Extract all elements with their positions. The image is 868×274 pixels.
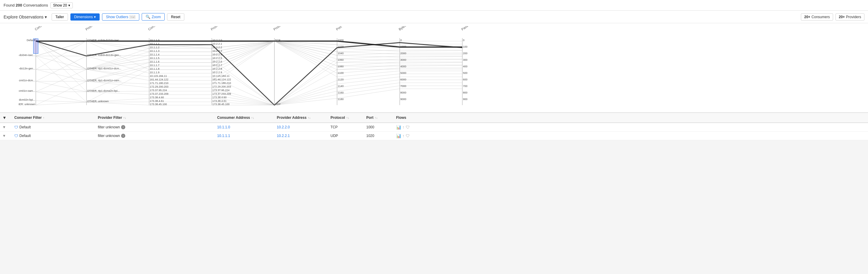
table-row: ▼ 🛡 Default filter unknown i 10.1.1.0 10…	[0, 123, 868, 132]
provider-address-link[interactable]: 10.2.2.0	[277, 125, 290, 129]
table-section: ▼ Consumer Filter ↑ Provider Filter ↑↓ C…	[0, 112, 868, 140]
zoom-icon: 🔍	[146, 14, 150, 19]
consumer-address-link[interactable]: 10.1.1.1	[217, 134, 230, 138]
consumer-address-header-label: Consumer Address	[217, 115, 250, 120]
chart-icon[interactable]: 📊	[396, 125, 401, 130]
svg-text:10.2.2.1: 10.2.2.1	[212, 42, 222, 45]
svg-text:10.1.1.4: 10.1.1.4	[150, 53, 160, 56]
svg-text:Consumer Address: Consumer Address	[147, 26, 173, 31]
svg-text:161.44.124.122: 161.44.124.122	[212, 78, 231, 81]
svg-text:9000: 9000	[400, 98, 406, 101]
td-row1-provider-address[interactable]: 10.2.2.0	[274, 125, 328, 129]
consumer-filter-value: Default	[20, 134, 31, 138]
consumers-label: Consumers	[812, 15, 830, 19]
th-port[interactable]: Port ↑↓	[364, 115, 394, 120]
svg-text:4000: 4000	[400, 65, 406, 68]
taller-button[interactable]: Taller	[52, 13, 68, 21]
td-row1-protocol: TCP	[328, 125, 364, 129]
info-icon[interactable]: i	[121, 134, 125, 138]
pc-container: Consumer Filter Provider Filter Consumer…	[0, 26, 868, 110]
svg-text:OTHER: rtp1-dcma2n-bpi...: OTHER: rtp1-dcma2n-bpi...	[87, 89, 120, 92]
protocol-header-label: Protocol	[331, 115, 345, 120]
svg-text:Protocol: Protocol	[273, 26, 285, 31]
explore-observations[interactable]: Explore Observations ▾	[4, 14, 47, 20]
svg-text:10.1.1.3: 10.1.1.3	[150, 49, 160, 53]
td-row2-consumer-filter: 🛡 Default	[12, 134, 95, 138]
toolbar: Explore Observations ▾ Taller Dimensions…	[0, 11, 868, 23]
found-suffix: Conversations	[23, 3, 48, 7]
protocol-value: TCP	[331, 125, 338, 129]
provider-address-header-label: Provider Address	[277, 115, 307, 120]
td-row1-consumer-address[interactable]: 10.1.1.0	[215, 125, 274, 129]
chart-icon[interactable]: 📊	[396, 133, 401, 138]
found-text: Found 200 Conversations	[4, 3, 48, 7]
show-outliers-button[interactable]: Show Outliers trial	[102, 13, 139, 21]
found-count: 200	[16, 3, 22, 7]
svg-rect-99	[33, 39, 38, 54]
th-protocol[interactable]: Protocol ↑↓	[328, 115, 364, 120]
provider-filter-header-label: Provider Filter	[98, 115, 122, 120]
info-icon[interactable]: i	[121, 125, 125, 129]
consumer-address-link[interactable]: 10.1.1.0	[217, 125, 230, 129]
port-header-label: Port	[366, 115, 373, 120]
svg-text:-dci04n-isec...: -dci04n-isec...	[19, 54, 35, 57]
td-row1-flows: 📊 ↑ 🛡	[394, 125, 430, 130]
zoom-button[interactable]: 🔍 Zoom	[142, 13, 165, 21]
svg-text:200: 200	[463, 52, 467, 55]
svg-text:0: 0	[400, 39, 402, 42]
svg-text:cm01n-oam...: cm01n-oam...	[19, 89, 35, 92]
svg-text:800: 800	[463, 91, 467, 94]
svg-text:300: 300	[463, 58, 467, 61]
svg-text:173.37.95.224: 173.37.95.224	[150, 89, 167, 92]
svg-text:100: 100	[463, 45, 467, 48]
provider-filter-value: filter unknown	[98, 125, 120, 129]
td-row2-protocol: UDP	[328, 134, 364, 138]
shield-flows-icon[interactable]: 🛡	[406, 125, 410, 130]
th-provider-address[interactable]: Provider Address ↑↓	[274, 115, 328, 120]
svg-text:173.38.45.100: 173.38.45.100	[150, 103, 167, 106]
show-dropdown[interactable]: Show 20 ▾	[51, 2, 73, 8]
trend-icon[interactable]: ↑	[402, 125, 404, 130]
svg-text:600: 600	[463, 78, 467, 81]
svg-text:6000: 6000	[400, 78, 406, 81]
svg-text:Port: Port	[335, 26, 342, 31]
consumers-badge: 20+ Consumers	[801, 13, 833, 21]
svg-text:173.37.95.224: 173.37.95.224	[212, 89, 230, 92]
filter-header-icon: ▼	[2, 115, 6, 120]
show-chevron-icon: ▾	[68, 3, 70, 7]
dimensions-label: Dimensions	[74, 15, 93, 19]
th-consumer-filter[interactable]: Consumer Filter ↑	[12, 115, 95, 120]
filter-row-icon: ▼	[2, 134, 6, 138]
port-value: 1000	[366, 125, 374, 129]
svg-text:5000: 5000	[400, 71, 406, 74]
th-provider-filter[interactable]: Provider Filter ↑↓	[95, 115, 215, 120]
svg-text:700: 700	[463, 84, 467, 88]
reset-button[interactable]: Reset	[167, 13, 184, 21]
svg-text:500: 500	[463, 71, 467, 74]
svg-text:Consumer Filter: Consumer Filter	[34, 26, 55, 31]
trend-icon[interactable]: ↑	[402, 133, 404, 138]
svg-text:1120: 1120	[338, 78, 344, 81]
td-row1-port: 1000	[364, 125, 394, 129]
th-consumer-address[interactable]: Consumer Address ↑↓	[215, 115, 274, 120]
show-label: Show 20	[53, 3, 67, 7]
td-row2-consumer-address[interactable]: 10.1.1.1	[215, 134, 274, 138]
svg-text:10.1.1.9: 10.1.1.9	[150, 71, 160, 74]
td-row2-flows: 📊 ↑ 🛡	[394, 133, 430, 138]
table-row: ▼ 🛡 Default filter unknown i 10.1.1.1 10…	[0, 132, 868, 140]
consumer-address-sort-icon: ↑↓	[251, 116, 254, 119]
consumers-count: 20+	[804, 15, 810, 19]
svg-text:10.2.2.9: 10.2.2.9	[212, 71, 222, 74]
zoom-label: Zoom	[152, 15, 161, 19]
svg-text:-dci13n-gen...: -dci13n-gen...	[19, 67, 35, 70]
shield-flows-icon[interactable]: 🛡	[406, 133, 410, 138]
filter-row-icon: ▼	[2, 125, 6, 129]
pc-svg: Consumer Filter Provider Filter Consumer…	[0, 26, 868, 110]
dimensions-button[interactable]: Dimensions ▾	[70, 13, 100, 21]
td-row2-provider-filter: filter unknown i	[95, 134, 215, 138]
svg-text:Packetcount: Packetcount	[461, 26, 477, 31]
td-row2-provider-address[interactable]: 10.2.2.1	[274, 134, 328, 138]
trial-badge: trial	[129, 15, 136, 19]
provider-address-link[interactable]: 10.2.2.1	[277, 134, 290, 138]
svg-text:2000: 2000	[400, 52, 406, 55]
